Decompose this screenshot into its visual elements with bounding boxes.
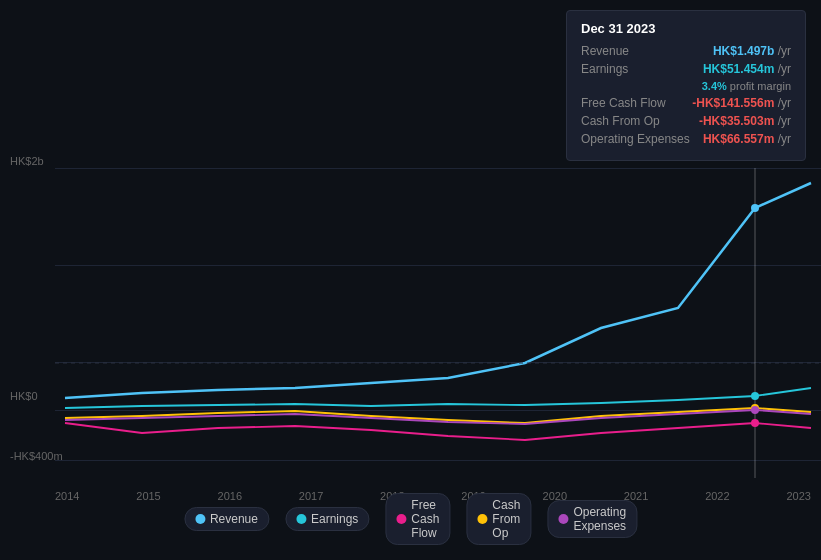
tooltip-value-opex: HK$66.557m /yr (703, 132, 791, 146)
x-label-2015: 2015 (136, 490, 160, 502)
tooltip-card: Dec 31 2023 Revenue HK$1.497b /yr Earnin… (566, 10, 806, 161)
dot-revenue (751, 204, 759, 212)
tooltip-label-revenue: Revenue (581, 44, 691, 58)
opex-line (65, 410, 811, 424)
legend-opex[interactable]: Operating Expenses (547, 500, 637, 538)
tooltip-label-fcf: Free Cash Flow (581, 96, 691, 110)
x-label-2023: 2023 (786, 490, 810, 502)
legend-label-cashfromop: Cash From Op (492, 498, 520, 540)
chart-svg (55, 168, 821, 478)
fcf-line (65, 423, 811, 440)
legend-dot-revenue (195, 514, 205, 524)
dot-fcf (751, 419, 759, 427)
dot-opex (751, 406, 759, 414)
legend-cashfromop[interactable]: Cash From Op (466, 493, 531, 545)
revenue-line (65, 183, 811, 398)
legend-revenue[interactable]: Revenue (184, 507, 269, 531)
tooltip-value-earnings: HK$51.454m /yr (703, 62, 791, 76)
legend-earnings[interactable]: Earnings (285, 507, 369, 531)
legend-dot-fcf (396, 514, 406, 524)
legend-dot-cashfromop (477, 514, 487, 524)
x-label-2014: 2014 (55, 490, 79, 502)
tooltip-label-earnings: Earnings (581, 62, 691, 76)
dot-earnings (751, 392, 759, 400)
tooltip-title: Dec 31 2023 (581, 21, 791, 36)
legend-label-revenue: Revenue (210, 512, 258, 526)
y-label-mid: HK$0 (10, 390, 38, 402)
tooltip-row-earnings: Earnings HK$51.454m /yr (581, 62, 791, 76)
tooltip-label-cashfromop: Cash From Op (581, 114, 691, 128)
legend-dot-earnings (296, 514, 306, 524)
tooltip-sub-margin: 3.4% profit margin (581, 80, 791, 92)
y-label-top: HK$2b (10, 155, 44, 167)
tooltip-value-cashfromop: -HK$35.503m /yr (699, 114, 791, 128)
legend-label-opex: Operating Expenses (573, 505, 626, 533)
tooltip-value-fcf: -HK$141.556m /yr (692, 96, 791, 110)
legend-fcf[interactable]: Free Cash Flow (385, 493, 450, 545)
legend-label-earnings: Earnings (311, 512, 358, 526)
chart-container: Dec 31 2023 Revenue HK$1.497b /yr Earnin… (0, 0, 821, 560)
legend-label-fcf: Free Cash Flow (411, 498, 439, 540)
tooltip-row-fcf: Free Cash Flow -HK$141.556m /yr (581, 96, 791, 110)
tooltip-row-opex: Operating Expenses HK$66.557m /yr (581, 132, 791, 146)
tooltip-row-cashfromop: Cash From Op -HK$35.503m /yr (581, 114, 791, 128)
chart-legend: Revenue Earnings Free Cash Flow Cash Fro… (184, 493, 637, 545)
x-label-2022: 2022 (705, 490, 729, 502)
tooltip-row-revenue: Revenue HK$1.497b /yr (581, 44, 791, 58)
tooltip-label-opex: Operating Expenses (581, 132, 691, 146)
legend-dot-opex (558, 514, 568, 524)
tooltip-value-revenue: HK$1.497b /yr (713, 44, 791, 58)
